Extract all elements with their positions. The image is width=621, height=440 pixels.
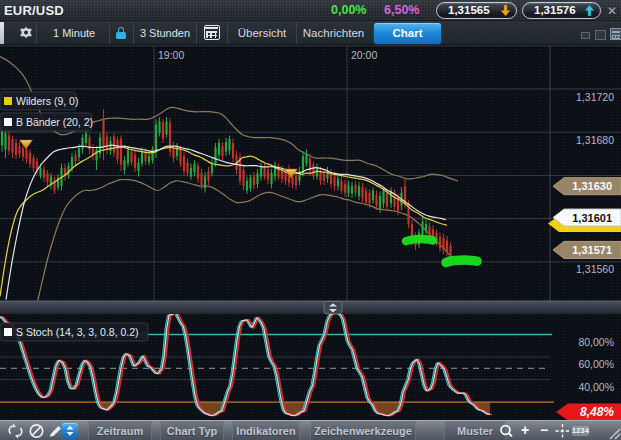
svg-text:20:00: 20:00: [351, 49, 377, 61]
menu-zeichenwerkzeuge[interactable]: Zeichenwerkzeuge: [310, 421, 416, 440]
resize-grip-icon: [607, 426, 621, 440]
window-grid-icon[interactable]: [610, 28, 621, 40]
crosshair-button[interactable]: [553, 422, 572, 440]
indicator-label[interactable]: S Stoch (14, 3, 3, 0.8, 0.2): [0, 323, 148, 341]
tab-chart[interactable]: Chart: [374, 23, 441, 44]
refresh-icon: [6, 422, 25, 440]
spread-percent: 6,50%: [384, 0, 419, 21]
stochastic-value-badge: 8,48%: [556, 404, 621, 421]
zoom-search-button[interactable]: [497, 422, 516, 440]
sell-price-button[interactable]: 1,31565: [436, 2, 517, 19]
gear-icon: [19, 26, 33, 40]
window-size-small-icon[interactable]: [581, 32, 590, 39]
menu-indikatoren[interactable]: Indikatoren: [232, 421, 300, 440]
ask-price: 1,31576: [534, 4, 576, 16]
lock-button[interactable]: [110, 22, 133, 44]
calendar-icon: [204, 25, 220, 40]
price-up-arrow-icon: [584, 4, 595, 17]
window-size-medium-icon[interactable]: [595, 30, 606, 40]
svg-text:1,31560: 1,31560: [576, 263, 614, 275]
stochastic-oversold-fill: [98, 402, 490, 416]
zoom-out-button[interactable]: −: [536, 421, 552, 440]
svg-text:40,00%: 40,00%: [578, 381, 614, 393]
lock-icon: [110, 22, 133, 44]
svg-text:19:00: 19:00: [158, 49, 184, 61]
price-badges: 1,316301,316011,31571: [548, 178, 621, 259]
up-down-arrows-icon: [62, 423, 78, 439]
interval-dropdown[interactable]: 1 Minute: [37, 22, 109, 44]
svg-text:80,00%: 80,00%: [578, 336, 614, 348]
svg-text:1,31571: 1,31571: [572, 244, 612, 256]
collapse-panel-button[interactable]: [324, 302, 342, 315]
buy-price-button[interactable]: 1,31576: [522, 2, 601, 19]
price-chart[interactable]: 19:0020:001,317201,316801,31560Wilders (…: [0, 45, 621, 420]
drawing-highlights[interactable]: [406, 239, 477, 263]
stochastic-axis-labels: 80,00%60,00%40,00%: [578, 336, 614, 393]
svg-text:1,31680: 1,31680: [576, 134, 614, 146]
price-down-arrow-icon: [500, 4, 511, 17]
close-icon[interactable]: ✕: [604, 3, 620, 19]
panel-separator[interactable]: [0, 301, 621, 314]
zoom-in-button[interactable]: +: [517, 421, 533, 440]
refresh-button[interactable]: [6, 422, 25, 440]
instrument-title: EUR/USD: [4, 0, 64, 21]
tab-nachrichten[interactable]: Nachrichten: [296, 22, 371, 45]
crosshair-icon: [553, 422, 572, 440]
title-bar: EUR/USD 0,00% 6,50% 1,31565 1,31576 ✕: [0, 0, 621, 21]
settings-button[interactable]: [6, 22, 36, 44]
svg-text:1,31630: 1,31630: [572, 180, 612, 192]
menu-zeitraum[interactable]: Zeitraum: [88, 421, 152, 440]
svg-text:Wilders (9, 0): Wilders (9, 0): [16, 95, 78, 107]
svg-text:1,31601: 1,31601: [572, 212, 612, 224]
scroll-updown-button[interactable]: [62, 423, 78, 439]
bottom-toolbar: Zeitraum Chart Typ Indikatoren Zeichenwe…: [0, 420, 621, 440]
tab-uebersicht[interactable]: Übersicht: [228, 22, 296, 45]
svg-text:S Stoch (14, 3, 3, 0.8, 0.2): S Stoch (14, 3, 3, 0.8, 0.2): [16, 326, 139, 338]
trading-chart-window: EUR/USD 0,00% 6,50% 1,31565 1,31576 ✕ 1 …: [0, 0, 621, 440]
disable-drawings-button[interactable]: [27, 422, 46, 440]
menu-chart-typ[interactable]: Chart Typ: [160, 421, 224, 440]
numbers-display-button[interactable]: 1234: [572, 426, 589, 436]
indicator-label[interactable]: B Bänder (20, 2): [0, 113, 93, 131]
time-axis-labels: 19:0020:00: [158, 49, 377, 61]
bid-price: 1,31565: [448, 4, 490, 16]
wilders-line: [0, 147, 447, 296]
panel-edge-handle[interactable]: [0, 22, 4, 44]
chart-toolbar: 1 Minute 3 Stunden Übersicht Nachrichten…: [0, 21, 621, 45]
indicator-label[interactable]: Wilders (9, 0): [0, 92, 78, 110]
svg-text:B Bänder (20, 2): B Bänder (20, 2): [16, 116, 93, 128]
svg-text:8,48%: 8,48%: [580, 405, 614, 419]
prohibition-icon: [27, 422, 46, 440]
range-dropdown[interactable]: 3 Stunden: [134, 22, 196, 44]
calendar-button[interactable]: [197, 22, 227, 44]
magnifier-icon: [497, 422, 516, 440]
svg-text:60,00%: 60,00%: [578, 358, 614, 370]
svg-text:1,31720: 1,31720: [576, 91, 614, 103]
resize-grip[interactable]: [607, 426, 621, 440]
change-percent: 0,00%: [331, 0, 366, 21]
